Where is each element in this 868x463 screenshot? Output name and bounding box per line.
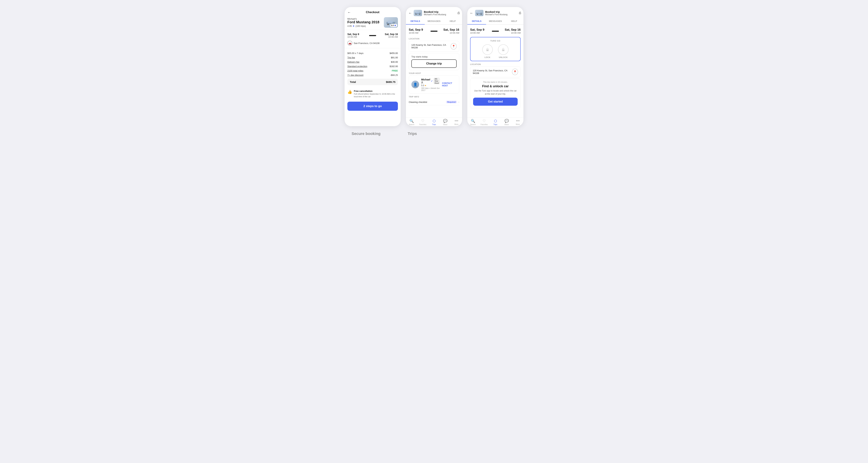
search-icon-3: 🔍 (471, 119, 475, 123)
price-row-6[interactable]: 7+ day discount -$68.25 (347, 73, 398, 77)
verified-icon: ✓ (431, 80, 433, 82)
host-card: 👤 Michael J. ✓ All-Star Host 5.0 ★ 300 t… (409, 75, 459, 94)
nav-inbox-3[interactable]: 💬 Inbox (501, 119, 512, 126)
price-row-1: $65.00 x 7 days $455.00 (347, 51, 398, 55)
change-trip-button[interactable]: Change trip (411, 59, 457, 68)
map-pin-button[interactable]: 📍 (451, 43, 457, 49)
inbox-icon: 💬 (443, 119, 447, 123)
unlock-button[interactable]: UNLOCK (498, 44, 508, 58)
lock-icon (482, 44, 493, 55)
host-avatar: 👤 (411, 80, 419, 88)
svg-point-10 (477, 14, 478, 15)
tab-messages-3[interactable]: MESSAGES (486, 18, 505, 25)
car-thumbnail-3 (475, 10, 484, 16)
discount-label[interactable]: 7+ day discount (347, 74, 363, 76)
find-unlock-card: This trip starts in 16 minutes. Find & u… (470, 78, 521, 108)
starts-soon-text: This trip starts in 16 minutes. (473, 81, 518, 83)
share-icon-3[interactable]: ⎙ (519, 11, 521, 15)
host-info: Michael J. ✓ All-Star Host 5.0 ★ 300 tri… (421, 78, 440, 91)
trip-starts-text: Trip starts today (411, 55, 457, 58)
checkout-title: Checkout (366, 10, 379, 14)
car-thumbnail-2 (414, 10, 422, 16)
turo-go-header: ← Booked trip Michael's Ford Mustang ⎙ (467, 7, 523, 18)
map-pin-button-3[interactable]: 📍 (512, 69, 518, 75)
price-label-1: $65.00 x 7 days (347, 52, 364, 55)
svg-rect-9 (477, 12, 480, 13)
cancellation-box: 👍 Free cancellation Full refund before S… (345, 88, 401, 100)
nav-more[interactable]: ••• More (451, 119, 462, 126)
host-name: Michael J. ✓ All-Star Host (421, 78, 440, 84)
more-icon: ••• (455, 119, 458, 123)
booked-title: Booked trip (424, 10, 456, 13)
cancellation-desc: Full refund before September 8, 10:00 AM… (354, 93, 398, 98)
svg-rect-1 (388, 21, 393, 23)
price-breakdown: $65.00 x 7 days $455.00 Trip fee $91.00 … (345, 49, 401, 88)
chevron-right-icon: › (458, 101, 459, 103)
price-row-3[interactable]: Delivery fee $30.00 (347, 60, 398, 64)
checkout-phone: ← Checkout Michael's Ford Mustang 2018 4… (345, 7, 401, 126)
svg-point-6 (415, 14, 416, 15)
thumb-star-icon: ★ (394, 24, 396, 27)
trips-icon-3: ⬡ (494, 119, 497, 123)
nav-trips[interactable]: ⬡ Trips (428, 119, 440, 126)
total-row: Total $689.75 (347, 79, 398, 85)
tab-help-3[interactable]: HELP (505, 18, 523, 25)
nav-trips-3[interactable]: ⬡ Trips (490, 119, 501, 126)
trip-dates: Sat, Sep 9 10:00 AM Sat, Sep 16 10:00 AM (345, 31, 401, 40)
miles-amount: FREE (392, 69, 398, 72)
location-section-label-3: LOCATION (470, 63, 521, 65)
trip-fee-label[interactable]: Trip fee (347, 56, 355, 59)
favorites-icon: ♡ (421, 119, 424, 123)
price-row-5[interactable]: 2100 total miles FREE (347, 68, 398, 73)
start-date-2: Sat, Sep 9 10:00 AM (409, 28, 429, 34)
nav-search-3[interactable]: 🔍 Search (467, 119, 478, 126)
get-started-button[interactable]: Get started (473, 98, 518, 106)
location-section-label: LOCATION (409, 38, 459, 40)
bottom-nav-3: 🔍 Search ♡ Favorites ⬡ Trips 💬 Inbox •••… (467, 117, 523, 126)
miles-label[interactable]: 2100 total miles (347, 69, 363, 72)
svg-point-2 (388, 24, 389, 25)
star-icon: ★ (352, 25, 355, 27)
tabs-row-3: DETAILS MESSAGES HELP (467, 18, 523, 25)
discount-amount: -$68.25 (390, 74, 398, 76)
tab-help[interactable]: HELP (443, 18, 462, 25)
tab-details[interactable]: DETAILS (406, 18, 425, 25)
price-amount-1: $455.00 (390, 52, 398, 55)
back-button-3[interactable]: ← (470, 11, 473, 15)
tab-messages[interactable]: MESSAGES (425, 18, 443, 25)
nav-inbox[interactable]: 💬 Inbox (440, 119, 451, 126)
steps-to-go-button[interactable]: 2 steps to go (347, 102, 398, 111)
back-button-2[interactable]: ← (408, 11, 412, 15)
nav-more-3[interactable]: ••• More (512, 119, 523, 126)
inbox-icon-3: 💬 (504, 119, 509, 123)
location-card-3: 120 Kearny St, San Francisco, CA 94108 📍 (470, 66, 521, 77)
nav-favorites[interactable]: ♡ Favorites (417, 119, 428, 126)
price-row-4[interactable]: Standard protection $182.00 (347, 64, 398, 68)
bottom-nav-2: 🔍 Search ♡ Favorites ⬡ Trips 💬 Inbox •••… (406, 117, 462, 126)
your-host-label: YOUR HOST (409, 72, 459, 74)
share-icon[interactable]: ⎙ (458, 11, 460, 15)
dates-arrow-3 (492, 31, 499, 32)
contact-host-button[interactable]: CONTACT HOST (442, 82, 457, 87)
booked-car-name-3: Michael's Ford Mustang (485, 13, 517, 16)
start-date: Sat, Sep 9 10:00 AM (347, 33, 368, 38)
trips-icon: ⬡ (433, 119, 436, 123)
delivery-fee-label[interactable]: Delivery fee (347, 61, 360, 63)
nav-favorites-3[interactable]: ♡ Favorites (478, 119, 490, 126)
car-info: Michael's Ford Mustang 2018 4.95 ★ (100 … (345, 15, 401, 28)
tab-details-3[interactable]: DETAILS (467, 18, 486, 25)
protection-label[interactable]: Standard protection (347, 65, 367, 68)
nav-search[interactable]: 🔍 Search (406, 119, 417, 126)
dates-arrow-2 (431, 31, 437, 32)
price-row-2[interactable]: Trip fee $91.00 (347, 55, 398, 60)
favorites-icon-3: ♡ (483, 119, 486, 123)
lock-button[interactable]: LOCK (482, 44, 493, 58)
cleaning-checklist-row[interactable]: Cleaning checklist Required › (409, 99, 459, 105)
end-date-3: Sat, Sep 16 10:00 AM (500, 28, 521, 34)
find-unlock-desc: Use the Turo app to locate and unlock th… (473, 89, 518, 96)
search-icon: 🔍 (409, 119, 414, 123)
host-star-icon: ★ (425, 84, 427, 87)
back-button[interactable]: ← (347, 10, 351, 14)
trip-starts-card: Trip starts today Change trip (409, 53, 459, 70)
car-rating-badge: 5.0 ★ (390, 24, 397, 27)
